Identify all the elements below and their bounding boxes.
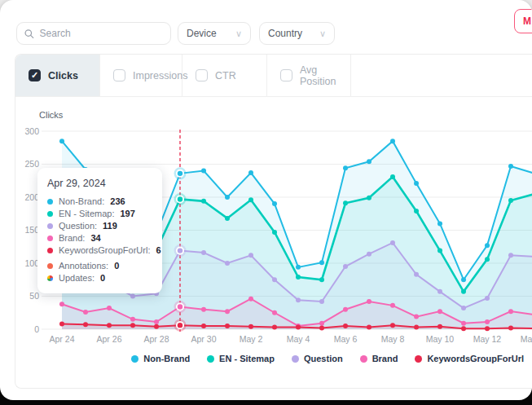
- data-point[interactable]: [201, 169, 206, 174]
- data-point[interactable]: [272, 325, 277, 330]
- legend-item[interactable]: EN - Sitemap: [207, 354, 275, 363]
- data-point[interactable]: [225, 324, 230, 328]
- data-point[interactable]: [437, 221, 442, 226]
- data-point[interactable]: [390, 323, 395, 328]
- data-point[interactable]: [367, 325, 372, 330]
- more-button[interactable]: M: [514, 9, 532, 33]
- data-point[interactable]: [59, 139, 64, 143]
- data-point[interactable]: [319, 260, 324, 265]
- data-point[interactable]: [437, 309, 442, 314]
- x-tick-label: May 14: [521, 334, 532, 344]
- data-point[interactable]: [272, 310, 277, 315]
- data-point[interactable]: [296, 275, 301, 280]
- data-point[interactable]: [319, 277, 324, 282]
- data-point[interactable]: [508, 164, 513, 169]
- data-point[interactable]: [59, 322, 64, 327]
- data-point[interactable]: [225, 195, 230, 200]
- data-point[interactable]: [367, 252, 372, 257]
- data-point[interactable]: [225, 216, 230, 221]
- data-point[interactable]: [130, 323, 135, 328]
- data-point[interactable]: [343, 324, 348, 328]
- data-point[interactable]: [83, 310, 88, 315]
- highlight-point[interactable]: [178, 196, 182, 201]
- data-point[interactable]: [390, 303, 395, 308]
- data-point[interactable]: [343, 264, 348, 269]
- data-point[interactable]: [485, 296, 490, 301]
- data-point[interactable]: [272, 230, 277, 235]
- data-point[interactable]: [296, 325, 301, 330]
- data-point[interactable]: [248, 197, 253, 202]
- data-point[interactable]: [248, 297, 253, 302]
- data-point[interactable]: [296, 297, 301, 302]
- data-point[interactable]: [272, 277, 277, 282]
- data-point[interactable]: [390, 240, 395, 245]
- data-point[interactable]: [343, 200, 348, 205]
- data-point[interactable]: [107, 306, 112, 310]
- highlight-point[interactable]: [178, 323, 182, 328]
- data-point[interactable]: [272, 201, 277, 206]
- tooltip-extra-rows: Annotations: 0Updates: 0: [47, 261, 152, 283]
- x-tick-label: May 10: [426, 334, 455, 344]
- data-point[interactable]: [485, 319, 490, 324]
- data-point[interactable]: [130, 317, 135, 322]
- data-point[interactable]: [201, 250, 206, 255]
- data-point[interactable]: [319, 321, 324, 326]
- data-point[interactable]: [130, 294, 135, 299]
- data-point[interactable]: [343, 307, 348, 312]
- data-point[interactable]: [296, 265, 301, 270]
- data-point[interactable]: [225, 309, 230, 314]
- data-point[interactable]: [437, 289, 442, 294]
- data-point[interactable]: [485, 243, 490, 248]
- legend-item[interactable]: Brand: [360, 354, 398, 363]
- data-point[interactable]: [83, 322, 88, 327]
- data-point[interactable]: [201, 199, 206, 204]
- x-tick-label: May 6: [334, 334, 358, 344]
- data-point[interactable]: [248, 170, 253, 175]
- data-point[interactable]: [437, 249, 442, 253]
- data-point[interactable]: [248, 324, 253, 329]
- data-point[interactable]: [367, 299, 372, 304]
- data-point[interactable]: [367, 159, 372, 164]
- data-point[interactable]: [154, 319, 159, 324]
- data-point[interactable]: [154, 324, 159, 329]
- data-point[interactable]: [248, 253, 253, 258]
- data-point[interactable]: [485, 326, 490, 331]
- highlight-point[interactable]: [178, 171, 182, 176]
- data-point[interactable]: [319, 325, 324, 330]
- data-point[interactable]: [414, 272, 419, 277]
- data-point[interactable]: [343, 165, 348, 170]
- legend-item[interactable]: Question: [292, 354, 343, 363]
- country-select[interactable]: Country ∨: [259, 22, 335, 45]
- data-point[interactable]: [508, 325, 513, 330]
- highlight-point[interactable]: [178, 304, 182, 309]
- data-point[interactable]: [414, 209, 419, 214]
- data-point[interactable]: [461, 277, 466, 282]
- data-point[interactable]: [461, 321, 466, 326]
- device-select[interactable]: Device ∨: [178, 22, 251, 45]
- data-point[interactable]: [508, 198, 513, 203]
- data-point[interactable]: [107, 323, 112, 328]
- legend-dot-icon: [207, 355, 214, 363]
- data-point[interactable]: [201, 307, 206, 312]
- data-point[interactable]: [319, 299, 324, 304]
- data-point[interactable]: [461, 326, 466, 331]
- data-point[interactable]: [390, 174, 395, 179]
- data-point[interactable]: [461, 306, 466, 310]
- data-point[interactable]: [414, 315, 419, 319]
- data-point[interactable]: [225, 261, 230, 266]
- data-point[interactable]: [201, 324, 206, 328]
- data-point[interactable]: [485, 257, 490, 262]
- highlight-point[interactable]: [178, 248, 182, 253]
- legend-item[interactable]: KeywordsGroupForUrl: [415, 354, 524, 363]
- data-point[interactable]: [437, 324, 442, 329]
- data-point[interactable]: [390, 139, 395, 143]
- data-point[interactable]: [59, 302, 64, 306]
- data-point[interactable]: [414, 181, 419, 186]
- legend-item[interactable]: Non-Brand: [131, 354, 190, 363]
- data-point[interactable]: [508, 309, 513, 314]
- search-input[interactable]: [40, 28, 163, 39]
- data-point[interactable]: [414, 325, 419, 330]
- data-point[interactable]: [461, 289, 466, 294]
- data-point[interactable]: [367, 196, 372, 200]
- data-point[interactable]: [508, 253, 513, 258]
